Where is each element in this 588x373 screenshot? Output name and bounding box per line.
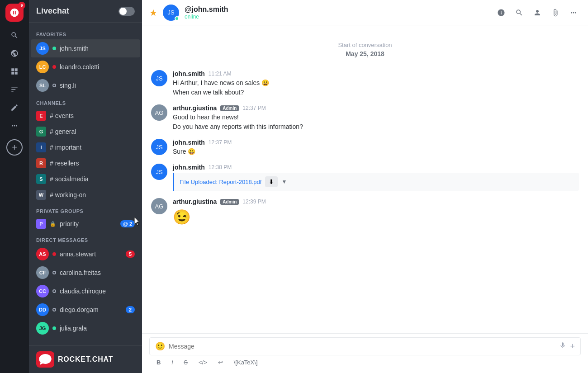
conversation-start: Start of conversation May 25, 2018	[142, 33, 588, 66]
sidebar-item-working-on[interactable]: W # working-on	[31, 187, 140, 203]
sort-icon-btn[interactable]	[6, 81, 23, 98]
sidebar-item-claudia-chiroque[interactable]: CC claudia.chiroque	[31, 282, 140, 300]
sidebar-item-label: john.smith	[60, 45, 135, 52]
sidebar-item-sing-li[interactable]: SL sing.li	[31, 76, 140, 94]
sidebar-item-resellers[interactable]: R # resellers	[31, 156, 140, 171]
sidebar-item-label: claudia.chiroque	[60, 288, 135, 295]
msg-username: john.smith	[173, 139, 205, 146]
avatar-julia-grala: JG	[36, 322, 49, 335]
sidebar-footer: ROCKET.CHAT	[29, 345, 142, 373]
file-dropdown-button[interactable]: ▼	[281, 179, 287, 185]
attachment-icon-btn[interactable]	[548, 5, 563, 20]
livechat-toggle[interactable]	[119, 7, 135, 16]
msg-avatar-john-3: JS	[151, 164, 167, 180]
code-button[interactable]: </>	[197, 358, 209, 367]
message-meta-3: john.smith 12:37 PM	[173, 139, 579, 146]
app-icon[interactable]	[5, 4, 24, 22]
multiline-button[interactable]: ↩	[216, 358, 225, 367]
msg-emoji: 😉	[173, 206, 579, 228]
more-header-icon-btn[interactable]	[566, 5, 581, 20]
sidebar-item-julia-grala[interactable]: JG julia.grala	[31, 319, 140, 337]
sidebar-header: Livechat	[29, 0, 142, 23]
diego-badge: 2	[126, 306, 135, 313]
sidebar-item-leandro-coletti[interactable]: LC leandro.coletti	[31, 58, 140, 76]
sidebar-item-important[interactable]: I # important	[31, 140, 140, 155]
compose-icon-btn[interactable]	[6, 99, 23, 116]
star-button[interactable]: ★	[149, 7, 157, 18]
bold-button[interactable]: B	[155, 358, 162, 367]
msg-avatar-arthur: AG	[151, 104, 167, 121]
chat-user-info: @john.smith online	[185, 5, 488, 20]
more-icon-btn[interactable]	[6, 118, 23, 134]
message-content-1: john.smith 11:21 AM Hi Arthur, I have ne…	[173, 70, 579, 97]
mic-button[interactable]	[559, 342, 566, 351]
msg-avatar-john-2: JS	[151, 139, 167, 155]
sidebar-item-events[interactable]: E # events	[31, 108, 140, 123]
msg-avatar-john: JS	[151, 70, 167, 86]
msg-username: john.smith	[173, 70, 205, 77]
send-button[interactable]: +	[570, 342, 575, 351]
sidebar-item-label: carolina.freitas	[60, 269, 135, 276]
priority-badge: @ 2	[120, 220, 135, 227]
search-icon-btn[interactable]	[6, 27, 23, 43]
sidebar-item-priority[interactable]: P 🔒 priority @ 2	[31, 216, 140, 231]
search-header-icon-btn[interactable]	[512, 5, 526, 20]
msg-text: Hi Arthur, I have news on sales 😀	[173, 78, 579, 88]
avatar-john-smith: JS	[36, 42, 49, 55]
channel-icon-general: G	[36, 127, 46, 137]
lock-icon: 🔒	[50, 221, 56, 227]
admin-badge-2: Admin	[220, 199, 239, 205]
add-button[interactable]: +	[6, 139, 23, 156]
message-content-4: john.smith 12:38 PM File Uploaded: Repor…	[173, 164, 579, 191]
sidebar-item-label: diego.dorgam	[60, 306, 122, 313]
sidebar-item-john-smith[interactable]: JS john.smith	[31, 39, 140, 57]
message-input-row: 🙂 +	[149, 337, 581, 355]
sidebar-item-diego-dorgam[interactable]: DD diego.dorgam 2	[31, 301, 140, 319]
chat-status: online	[185, 14, 488, 20]
channel-icon-important: I	[36, 142, 46, 152]
channel-icon-events: E	[36, 111, 46, 121]
status-busy-dot	[52, 65, 56, 69]
members-icon-btn[interactable]	[530, 5, 545, 20]
info-icon-btn[interactable]	[494, 5, 508, 20]
message-group-1: JS john.smith 11:21 AM Hi Arthur, I have…	[142, 66, 588, 101]
message-input-area: 🙂 + B i S </> ↩ \[KaTeX\]	[142, 333, 588, 373]
online-indicator	[175, 16, 179, 21]
sidebar-item-carolina-freitas[interactable]: CF carolina.freitas	[31, 264, 140, 282]
header-actions	[494, 5, 581, 20]
sidebar-item-socialmedia[interactable]: S # socialmedia	[31, 171, 140, 187]
channel-icon-socialmedia: S	[36, 174, 46, 184]
sidebar-item-label: # important	[50, 144, 135, 151]
italic-button[interactable]: i	[170, 358, 175, 367]
status-dot-julia	[52, 326, 56, 330]
message-group-3: JS john.smith 12:37 PM Sure 😀	[142, 135, 588, 160]
status-dot-claudia	[52, 289, 56, 293]
download-button[interactable]: ⬇	[265, 176, 278, 187]
sidebar-item-label: # working-on	[50, 191, 135, 198]
brand-logo: ROCKET.CHAT	[36, 351, 113, 368]
status-online-dot	[52, 47, 56, 50]
msg-time: 12:37 PM	[209, 139, 232, 146]
katex-button[interactable]: \[KaTeX\]	[232, 358, 260, 367]
sidebar-item-anna-stewart[interactable]: AS anna.stewart 5	[31, 245, 140, 263]
layout-icon-btn[interactable]	[6, 63, 23, 80]
status-dot-anna	[52, 252, 56, 256]
sidebar-item-general[interactable]: G # general	[31, 124, 140, 139]
file-name[interactable]: File Uploaded: Report-2018.pdf	[180, 179, 261, 185]
favorites-label: Favorites	[29, 26, 142, 39]
message-input[interactable]	[169, 343, 555, 350]
emoji-button[interactable]: 🙂	[155, 341, 165, 351]
messages-area[interactable]: Start of conversation May 25, 2018 JS jo…	[142, 25, 588, 333]
globe-icon-btn[interactable]	[6, 45, 23, 61]
icon-sidebar: +	[0, 0, 29, 373]
sidebar-item-label: priority	[60, 220, 117, 227]
avatar-carolina-freitas: CF	[36, 266, 49, 279]
msg-username: arthur.giustina	[173, 104, 217, 112]
channel-icon-working-on: W	[36, 190, 46, 200]
avatar-claudia-chiroque: CC	[36, 285, 49, 297]
strikethrough-button[interactable]: S	[182, 358, 190, 367]
admin-badge: Admin	[220, 105, 239, 111]
direct-messages-label: Direct Messages	[29, 232, 142, 245]
sidebar-item-label: anna.stewart	[60, 250, 122, 258]
msg-text: Sure 😀	[173, 147, 579, 156]
